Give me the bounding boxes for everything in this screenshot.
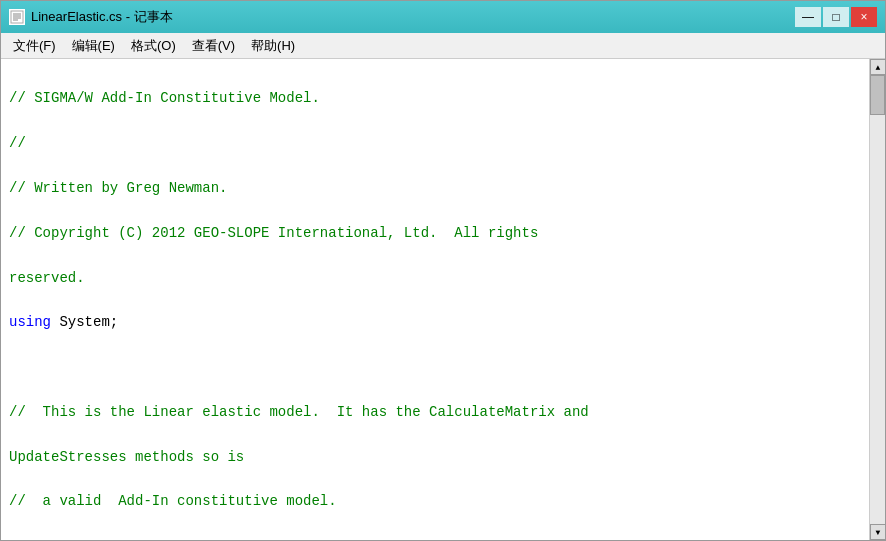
minimize-button[interactable]: — [795, 7, 821, 27]
code-line-5: reserved. [9, 267, 861, 289]
code-line-7 [9, 356, 861, 378]
main-window: LinearElastic.cs - 记事本 — □ × 文件(F) 编辑(E)… [0, 0, 886, 541]
code-line-3: // Written by Greg Newman. [9, 177, 861, 199]
title-bar-left: LinearElastic.cs - 记事本 [9, 8, 173, 26]
maximize-button[interactable]: □ [823, 7, 849, 27]
menu-format[interactable]: 格式(O) [123, 35, 184, 57]
code-line-6: using System; [9, 311, 861, 333]
scrollbar-track[interactable] [870, 75, 885, 524]
code-line-10: // a valid Add-In constitutive model. [9, 490, 861, 512]
close-button[interactable]: × [851, 7, 877, 27]
title-bar-buttons: — □ × [795, 7, 877, 27]
scrollbar[interactable]: ▲ ▼ [869, 59, 885, 540]
notepad-icon [9, 9, 25, 25]
code-line-8: // This is the Linear elastic model. It … [9, 401, 861, 423]
code-line-2: // [9, 132, 861, 154]
menu-bar: 文件(F) 编辑(E) 格式(O) 查看(V) 帮助(H) [1, 33, 885, 59]
scrollbar-down-button[interactable]: ▼ [870, 524, 885, 540]
code-line-9: UpdateStresses methods so is [9, 446, 861, 468]
menu-view[interactable]: 查看(V) [184, 35, 243, 57]
code-line-4: // Copyright (C) 2012 GEO-SLOPE Internat… [9, 222, 861, 244]
code-line-11 [9, 535, 861, 540]
code-line-1: // SIGMA/W Add-In Constitutive Model. [9, 87, 861, 109]
menu-file[interactable]: 文件(F) [5, 35, 64, 57]
text-editor[interactable]: // SIGMA/W Add-In Constitutive Model. //… [1, 59, 869, 540]
menu-edit[interactable]: 编辑(E) [64, 35, 123, 57]
window-title: LinearElastic.cs - 记事本 [31, 8, 173, 26]
title-bar: LinearElastic.cs - 记事本 — □ × [1, 1, 885, 33]
scrollbar-up-button[interactable]: ▲ [870, 59, 885, 75]
content-area: // SIGMA/W Add-In Constitutive Model. //… [1, 59, 885, 540]
scrollbar-thumb[interactable] [870, 75, 885, 115]
svg-rect-0 [11, 11, 23, 23]
menu-help[interactable]: 帮助(H) [243, 35, 303, 57]
